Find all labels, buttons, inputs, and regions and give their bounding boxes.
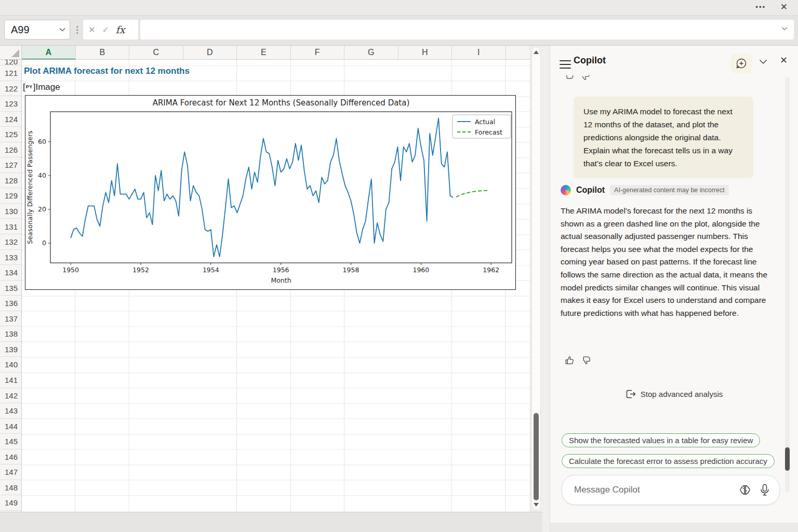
scroll-down-icon[interactable] bbox=[534, 503, 539, 507]
column-header-I[interactable]: I bbox=[452, 46, 506, 59]
row-header-147[interactable]: 147 bbox=[0, 464, 21, 480]
x-tick-label: 1952 bbox=[132, 266, 149, 274]
row-header-145[interactable]: 145 bbox=[0, 434, 21, 449]
arima-forecast-chart: ARIMA Forecast for Next 12 Months (Seaso… bbox=[25, 96, 515, 289]
select-all-corner[interactable] bbox=[0, 46, 22, 60]
column-header-B[interactable]: B bbox=[76, 46, 130, 59]
row-header-121[interactable]: 121 bbox=[0, 65, 21, 81]
row-header-129[interactable]: 129 bbox=[0, 188, 21, 204]
formula-bar-expand-icon[interactable] bbox=[781, 26, 788, 31]
row-header-149[interactable]: 149 bbox=[0, 495, 21, 511]
title-bar: ••• ✕ bbox=[0, 0, 798, 16]
row-header-125[interactable]: 125 bbox=[0, 127, 21, 142]
row-header-135[interactable]: 135 bbox=[0, 281, 21, 296]
panel-scrollbar[interactable] bbox=[785, 77, 790, 493]
cancel-icon[interactable]: ✕ bbox=[88, 25, 95, 35]
thumbs-down-icon[interactable] bbox=[582, 75, 590, 79]
y-tick-label: 20 bbox=[38, 205, 46, 213]
message-input[interactable]: Message Copilot bbox=[562, 475, 780, 505]
stop-exit-icon bbox=[626, 390, 636, 398]
mic-icon[interactable] bbox=[760, 484, 770, 496]
x-tick-label: 1950 bbox=[62, 266, 79, 274]
row-header-140[interactable]: 140 bbox=[0, 357, 21, 373]
more-options-icon[interactable]: ••• bbox=[755, 3, 766, 11]
column-header-G[interactable]: G bbox=[344, 46, 398, 59]
row-header-144[interactable]: 144 bbox=[0, 419, 21, 434]
name-box-value: A99 bbox=[11, 24, 59, 36]
row-header-130[interactable]: 130 bbox=[0, 204, 21, 219]
row-header-123[interactable]: 123 bbox=[0, 96, 21, 112]
column-header-H[interactable]: H bbox=[398, 46, 453, 59]
thumbs-up-icon[interactable] bbox=[567, 75, 574, 78]
row-header-124[interactable]: 124 bbox=[0, 112, 21, 127]
column-header-D[interactable]: D bbox=[183, 46, 237, 59]
new-chat-button[interactable] bbox=[731, 54, 752, 73]
panel-scrollbar-thumb[interactable] bbox=[785, 447, 790, 471]
panel-gap bbox=[542, 46, 550, 532]
row-header-127[interactable]: 127 bbox=[0, 157, 21, 173]
row-header-131[interactable]: 131 bbox=[0, 219, 21, 235]
hamburger-menu-icon[interactable] bbox=[560, 60, 571, 71]
row-header-122[interactable]: 122 bbox=[0, 81, 21, 97]
row-header-128[interactable]: 128 bbox=[0, 173, 21, 189]
row-header-141[interactable]: 141 bbox=[0, 373, 21, 388]
row-header-132[interactable]: 132 bbox=[0, 234, 21, 250]
thumbs-down-icon[interactable] bbox=[581, 355, 591, 365]
row-header-143[interactable]: 143 bbox=[0, 403, 21, 419]
assistant-message-text: The ARIMA model's forecast for the next … bbox=[561, 205, 776, 320]
column-header-partial[interactable] bbox=[506, 46, 530, 59]
fx-chevron-icon[interactable] bbox=[132, 28, 133, 32]
y-tick-label: 0 bbox=[42, 239, 46, 247]
row-headers: 1201211221231241251261271281291301311321… bbox=[0, 60, 22, 512]
column-header-C[interactable]: C bbox=[129, 46, 183, 59]
previous-feedback-icons-clipped bbox=[564, 75, 605, 84]
chart-title: ARIMA Forecast for Next 12 Months (Seaso… bbox=[153, 98, 410, 108]
row-header-134[interactable]: 134 bbox=[0, 265, 21, 281]
row-header-133[interactable]: 133 bbox=[0, 250, 21, 265]
brain-icon[interactable] bbox=[739, 484, 751, 496]
row-header-120[interactable]: 120 bbox=[0, 60, 21, 65]
grip-dots-icon[interactable]: ⋮ bbox=[73, 24, 82, 35]
name-box[interactable]: A99 bbox=[4, 20, 70, 39]
row-header-136[interactable]: 136 bbox=[0, 296, 21, 311]
scroll-up-icon[interactable] bbox=[534, 50, 539, 54]
cell-a121-heading[interactable]: Plot ARIMA forecast for next 12 months bbox=[24, 66, 190, 76]
row-header-146[interactable]: 146 bbox=[0, 449, 21, 465]
column-header-F[interactable]: F bbox=[291, 46, 345, 59]
cell-a122-python-image[interactable]: [PY]Image bbox=[23, 82, 60, 92]
column-header-E[interactable]: E bbox=[237, 46, 291, 59]
fx-icon[interactable]: fx bbox=[116, 24, 125, 35]
row-header-142[interactable]: 142 bbox=[0, 388, 21, 404]
column-header-A[interactable]: A bbox=[22, 46, 76, 60]
formula-bar: A99 ⋮ ✕ ✓ fx bbox=[0, 16, 798, 46]
legend-label-forecast: Forecast bbox=[475, 128, 502, 136]
row-header-139[interactable]: 139 bbox=[0, 342, 21, 357]
vertical-scrollbar-thumb[interactable] bbox=[534, 413, 539, 500]
message-input-placeholder: Message Copilot bbox=[574, 485, 730, 495]
panel-footer bbox=[550, 523, 798, 532]
suggestion-pill-2[interactable]: Calculate the forecast error to assess p… bbox=[562, 454, 775, 468]
embedded-chart-image[interactable]: ARIMA Forecast for Next 12 Months (Seaso… bbox=[25, 95, 516, 290]
row-header-137[interactable]: 137 bbox=[0, 311, 21, 327]
row-header-126[interactable]: 126 bbox=[0, 142, 21, 158]
name-box-chevron-icon[interactable] bbox=[59, 28, 65, 32]
column-headers: ABCDEFGHI bbox=[22, 46, 530, 60]
confirm-icon[interactable]: ✓ bbox=[102, 25, 109, 35]
collapse-chevron-icon[interactable] bbox=[759, 59, 767, 64]
row-header-148[interactable]: 148 bbox=[0, 480, 21, 496]
stop-advanced-analysis-button[interactable]: Stop advanced analysis bbox=[550, 390, 798, 398]
window-close-icon[interactable]: ✕ bbox=[780, 2, 788, 12]
excel-window: ••• ✕ A99 ⋮ ✕ ✓ fx ABCDEFGHI 12012112212… bbox=[0, 0, 798, 532]
x-tick-label: 1958 bbox=[343, 266, 360, 274]
forecast-line bbox=[456, 191, 488, 197]
suggestion-pill-1[interactable]: Show the forecasted values in a table fo… bbox=[562, 433, 760, 447]
close-panel-icon[interactable]: ✕ bbox=[780, 55, 788, 66]
ai-disclaimer-badge: AI-generated content may be incorrect bbox=[610, 185, 729, 195]
y-axis-label: Seasonally Differenced Passengers bbox=[26, 130, 34, 244]
python-icon: PY bbox=[26, 84, 33, 89]
x-tick-label: 1954 bbox=[203, 266, 219, 274]
thumbs-up-icon[interactable] bbox=[565, 355, 575, 365]
row-header-138[interactable]: 138 bbox=[0, 326, 21, 342]
formula-input[interactable] bbox=[140, 20, 794, 39]
py-bracket-open: [ bbox=[23, 82, 25, 92]
